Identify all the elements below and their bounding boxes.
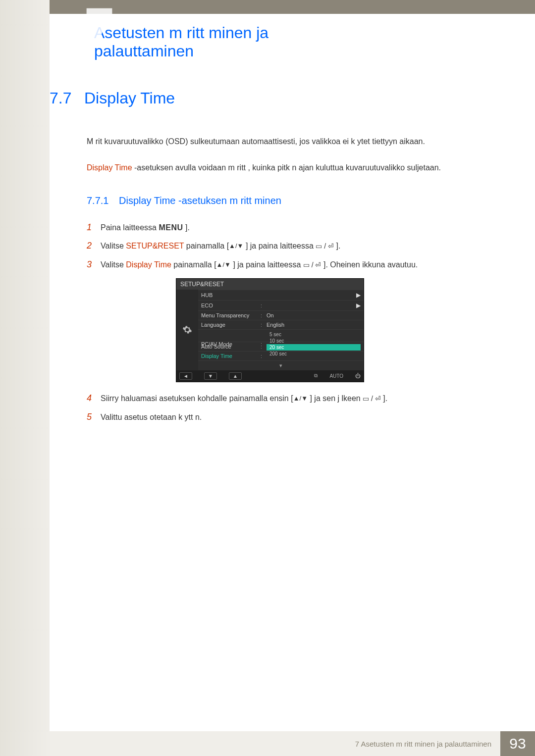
content-area: 7.7 Display Time M rit kuvaruutuvalikko …	[50, 89, 485, 427]
osd-screenshot: SETUP&RESET HUB ▶ ECO :	[176, 278, 485, 382]
osd-language-value: English	[267, 322, 361, 328]
step-2-body: Valitse SETUP&RESET painamalla [▲/▼ ] ja…	[101, 238, 485, 254]
display-time-select-term: Display Time	[126, 260, 171, 269]
intro-paragraph-2: Display Time -asetuksen avulla voidaan m…	[87, 161, 485, 175]
chapter-number: 7	[84, 0, 114, 58]
osd-more-indicator: ▾	[198, 360, 364, 370]
step-3-mid2: ] ja paina laitteessa	[231, 260, 303, 269]
step-3-post: ]. Oheinen ikkuna avautuu.	[321, 260, 418, 269]
step-2-post: ].	[334, 242, 340, 250]
step-4: 4 Siirry haluamasi asetuksen kohdalle pa…	[87, 389, 485, 408]
section-heading: 7.7 Display Time	[50, 89, 485, 107]
section-title: Display Time	[84, 89, 175, 107]
osd-body: HUB ▶ ECO : ▶ Menu Transparency :	[176, 290, 364, 370]
osd-auto-label: AUTO	[329, 373, 343, 379]
step-1-post: ].	[183, 223, 190, 232]
osd-menutrans-value: On	[267, 312, 361, 318]
intro-paragraph-1: M rit kuvaruutuvalikko (OSD) sulkeutumaa…	[87, 135, 485, 149]
osd-displaytime-label: Display Time	[201, 353, 261, 359]
sidebar-band	[0, 0, 50, 756]
step-5: 5 Valittu asetus otetaan k ytt n.	[87, 408, 485, 427]
select-enter-icon: ▭ / ⏎	[303, 258, 321, 272]
osd-autosource-label: Auto Source	[201, 344, 261, 350]
osd-title: SETUP&RESET	[176, 279, 364, 290]
power-icon: ⏻	[355, 373, 361, 379]
step-3-body: Valitse Display Time painamalla [▲/▼ ] j…	[101, 256, 485, 273]
up-down-arrows-icon: ▲/▼	[216, 261, 231, 268]
page-footer: 7 Asetusten m ritt minen ja palauttamine…	[50, 731, 535, 756]
step-4-mid: ] ja sen j lkeen	[308, 394, 363, 403]
chapter-header: 7 Asetusten m ritt minen ja palauttamine…	[50, 0, 535, 45]
chevron-right-icon: ▶	[356, 302, 361, 309]
step-3-pre: Valitse	[101, 260, 126, 269]
step-2: 2 Valitse SETUP&RESET painamalla [▲/▼ ] …	[87, 237, 485, 255]
chevron-right-icon: ▶	[356, 292, 361, 299]
osd-row-hub: HUB ▶	[198, 290, 364, 300]
osd-display-time-dropdown: 5 sec 10 sec 20 sec 200 sec	[267, 331, 361, 357]
osd-language-label: Language	[201, 322, 261, 328]
osd-row-eco: ECO : ▶	[198, 300, 364, 310]
step-2-pre: Valitse	[101, 242, 126, 250]
menu-label: MENU	[159, 223, 183, 232]
up-down-arrows-icon: ▲/▼	[293, 395, 308, 402]
step-2-mid1: painamalla [	[184, 242, 229, 250]
osd-opt-10sec: 10 sec	[267, 338, 361, 344]
osd-opt-20sec: 20 sec	[267, 344, 361, 351]
select-enter-icon: ▭ / ⏎	[363, 392, 381, 406]
step-4-post: ].	[381, 394, 387, 403]
step-3-mid1: painamalla [	[171, 260, 216, 269]
steps-list-continued: 4 Siirry haluamasi asetuksen kohdalle pa…	[87, 389, 485, 427]
steps-list: 1 Paina laitteessa MENU ]. 2 Valitse SET…	[87, 218, 485, 274]
up-down-arrows-icon: ▲/▼	[229, 242, 243, 250]
footer-chapter-label: 7 Asetusten m ritt minen ja palauttamine…	[355, 740, 491, 748]
osd-panel: SETUP&RESET HUB ▶ ECO :	[176, 278, 364, 382]
step-5-num: 5	[87, 408, 101, 427]
osd-opt-5sec: 5 sec	[267, 331, 361, 338]
select-enter-icon: ▭ / ⏎	[316, 239, 334, 253]
step-5-body: Valittu asetus otetaan k ytt n.	[101, 409, 485, 426]
osd-back-button-icon: ◄	[179, 372, 192, 380]
osd-source-icon: ⧉	[314, 373, 318, 379]
intro-paragraph-2-rest: -asetuksen avulla voidaan m ritt , kuink…	[132, 163, 441, 172]
step-4-num: 4	[87, 389, 101, 408]
osd-items: HUB ▶ ECO : ▶ Menu Transparency :	[198, 290, 364, 370]
osd-menutrans-label: Menu Transparency	[201, 312, 261, 318]
osd-row-menu-transparency: Menu Transparency : On	[198, 310, 364, 320]
osd-eco-label: ECO	[201, 302, 261, 308]
subsection-title: Display Time -asetuksen m ritt minen	[119, 195, 281, 206]
step-2-num: 2	[87, 237, 101, 255]
gear-icon	[182, 325, 192, 335]
setup-reset-term: SETUP&RESET	[126, 242, 184, 250]
osd-down-button-icon: ▼	[204, 372, 217, 380]
step-3-num: 3	[87, 255, 101, 274]
osd-up-button-icon: ▲	[229, 372, 242, 380]
osd-hub-label: HUB	[201, 292, 261, 298]
subsection-number: 7.7.1	[87, 195, 119, 206]
subsection-heading: 7.7.1 Display Time -asetuksen m ritt min…	[87, 195, 485, 206]
osd-gear-column	[176, 290, 198, 370]
step-3: 3 Valitse Display Time painamalla [▲/▼ ]…	[87, 255, 485, 274]
osd-row-language: Language : English	[198, 320, 364, 329]
osd-footer: ◄ ▼ ▲ ⧉ AUTO ⏻	[176, 370, 364, 382]
step-1: 1 Paina laitteessa MENU ].	[87, 218, 485, 237]
step-1-num: 1	[87, 218, 101, 237]
chevron-down-icon: ▾	[279, 362, 282, 369]
osd-opt-200sec: 200 sec	[267, 351, 361, 357]
page-number: 93	[500, 731, 535, 756]
step-1-body: Paina laitteessa MENU ].	[101, 219, 485, 236]
section-number: 7.7	[50, 89, 84, 107]
step-4-body: Siirry haluamasi asetuksen kohdalle pain…	[101, 390, 485, 407]
step-4-pre: Siirry haluamasi asetuksen kohdalle pain…	[101, 394, 293, 403]
display-time-term: Display Time	[87, 163, 132, 172]
step-1-pre: Paina laitteessa	[101, 223, 159, 232]
step-2-mid2: ] ja paina laitteessa	[243, 242, 316, 250]
chapter-title: Asetusten m ritt minen ja palauttaminen	[50, 14, 535, 75]
